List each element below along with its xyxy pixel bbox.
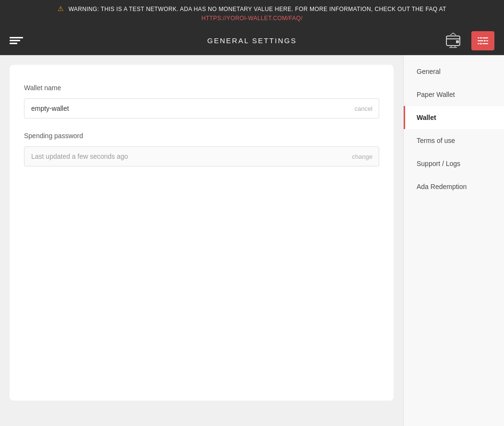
svg-point-7 (484, 39, 486, 42)
sidebar-item-support-logs[interactable]: Support / Logs (404, 152, 504, 175)
wallet-name-input-container: cancel (24, 98, 379, 118)
svg-point-8 (480, 42, 482, 45)
spending-password-label: Spending password (24, 132, 379, 140)
nav-actions (443, 30, 494, 51)
sidebar-item-ada-redemption[interactable]: Ada Redemption (404, 175, 504, 198)
sidebar-item-support-label: Support / Logs (417, 160, 460, 167)
wallet-name-input[interactable] (24, 98, 379, 118)
sidebar-item-general-label: General (417, 68, 441, 75)
sidebar-item-terms-of-use[interactable]: Terms of use (404, 129, 504, 152)
wallet-action-button[interactable] (443, 30, 464, 51)
cancel-button[interactable]: cancel (354, 105, 372, 112)
sidebar-item-paper-wallet[interactable]: Paper Wallet (404, 83, 504, 106)
svg-rect-1 (446, 38, 460, 39)
spending-password-status (24, 146, 379, 166)
logo[interactable] (10, 37, 23, 44)
sidebar-item-wallet[interactable]: Wallet (404, 106, 504, 129)
spending-password-input-container: change (24, 146, 379, 166)
sidebar: General Paper Wallet Wallet Terms of use… (403, 55, 504, 426)
change-password-button[interactable]: change (352, 153, 372, 160)
svg-rect-2 (456, 40, 459, 43)
content-area: Wallet name cancel Spending password cha… (0, 55, 403, 426)
warning-icon: ⚠ (58, 5, 64, 12)
sidebar-item-general[interactable]: General (404, 60, 504, 83)
svg-point-6 (480, 36, 482, 39)
sidebar-item-wallet-label: Wallet (417, 114, 436, 121)
sidebar-item-terms-label: Terms of use (417, 137, 455, 144)
top-nav: GENERAL SETTINGS (0, 26, 504, 55)
logo-layer-3 (10, 43, 17, 44)
logo-layer-1 (10, 37, 23, 38)
settings-card: Wallet name cancel Spending password cha… (10, 65, 394, 401)
wallet-name-section: Wallet name cancel (24, 84, 379, 118)
warning-text: WARNING: THIS IS A TEST NETWORK. ADA HAS… (69, 6, 446, 12)
main-layout: Wallet name cancel Spending password cha… (0, 55, 504, 426)
logo-layer-2 (10, 40, 20, 41)
wallet-name-label: Wallet name (24, 84, 379, 92)
sidebar-item-ada-redemption-label: Ada Redemption (417, 183, 467, 190)
warning-banner: ⚠ WARNING: THIS IS A TEST NETWORK. ADA H… (0, 0, 504, 26)
page-title: GENERAL SETTINGS (207, 36, 297, 45)
settings-button[interactable] (471, 31, 494, 50)
warning-link[interactable]: HTTPS://YOROI-WALLET.COM/FAQ/ (8, 14, 496, 23)
spending-password-section: Spending password change (24, 132, 379, 166)
sidebar-item-paper-wallet-label: Paper Wallet (417, 91, 455, 98)
